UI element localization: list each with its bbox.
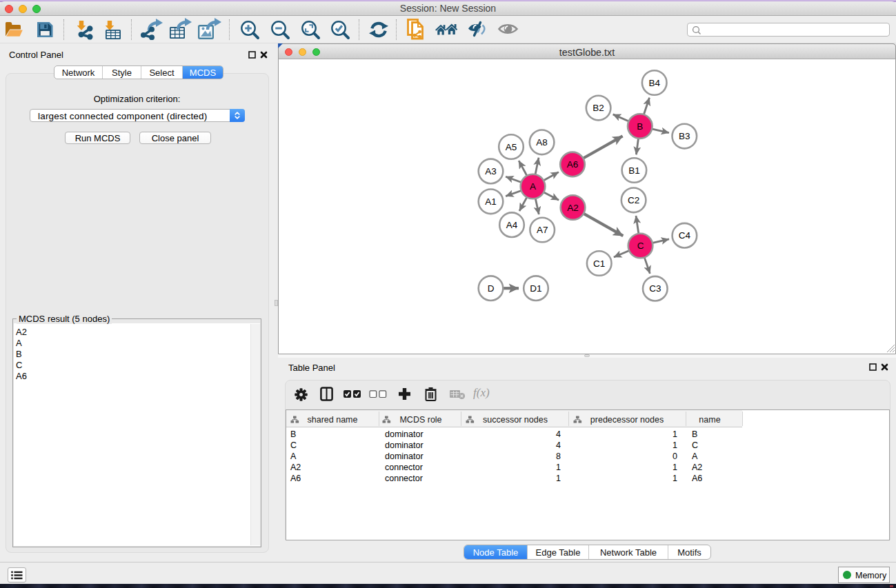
svg-text:D1: D1 — [530, 283, 541, 294]
svg-text:D: D — [488, 283, 495, 294]
svg-text:C2: C2 — [628, 195, 639, 205]
svg-text:A7: A7 — [537, 225, 548, 235]
svg-text:A3: A3 — [485, 166, 497, 176]
svg-text:A4: A4 — [506, 220, 518, 230]
svg-text:A2: A2 — [567, 203, 579, 213]
svg-text:C3: C3 — [649, 283, 661, 294]
svg-text:B3: B3 — [679, 131, 690, 141]
svg-text:A6: A6 — [567, 159, 579, 170]
svg-text:A8: A8 — [536, 137, 548, 148]
svg-text:C4: C4 — [679, 230, 691, 241]
svg-text:A1: A1 — [485, 196, 497, 207]
svg-text:A: A — [530, 181, 536, 192]
svg-text:A5: A5 — [506, 142, 517, 152]
svg-text:B2: B2 — [593, 103, 604, 113]
svg-text:C1: C1 — [593, 258, 605, 269]
svg-text:B: B — [637, 121, 643, 132]
svg-text:B1: B1 — [628, 165, 640, 176]
svg-text:B4: B4 — [648, 78, 660, 88]
svg-text:C: C — [637, 241, 644, 251]
